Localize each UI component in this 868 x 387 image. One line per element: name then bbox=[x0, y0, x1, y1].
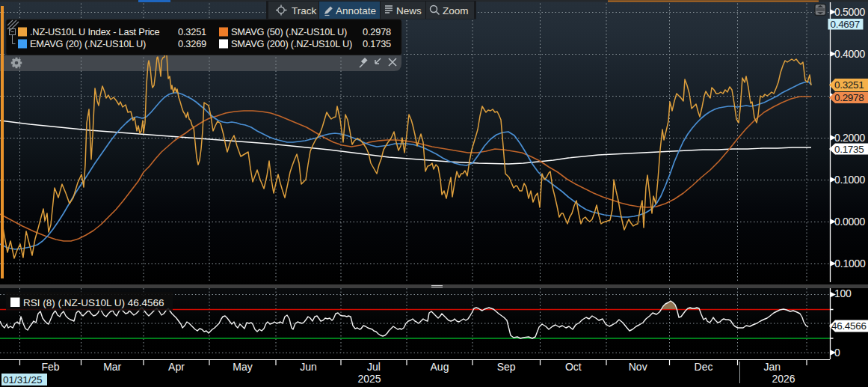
svg-text:Mar: Mar bbox=[103, 361, 121, 373]
svg-text:Sep: Sep bbox=[497, 361, 516, 373]
svg-text:0.4697: 0.4697 bbox=[831, 19, 861, 30]
svg-text:-0.1000: -0.1000 bbox=[831, 258, 866, 269]
svg-text:Nov: Nov bbox=[629, 361, 647, 373]
svg-text:EMAVG (20) (.NZ-US10L U): EMAVG (20) (.NZ-US10L U) bbox=[30, 38, 146, 49]
svg-text:0.1735: 0.1735 bbox=[363, 38, 391, 49]
svg-text:0: 0 bbox=[834, 347, 840, 359]
svg-text:100: 100 bbox=[834, 287, 852, 299]
svg-text:0.0000: 0.0000 bbox=[834, 216, 866, 228]
svg-text:0.3269: 0.3269 bbox=[178, 38, 206, 49]
svg-text:Aug: Aug bbox=[431, 361, 449, 373]
svg-text:Jun: Jun bbox=[300, 361, 317, 373]
svg-text:Dec: Dec bbox=[695, 361, 713, 373]
svg-text:News: News bbox=[396, 5, 422, 16]
svg-text:01/31/25: 01/31/25 bbox=[3, 374, 43, 386]
svg-text:0.1735: 0.1735 bbox=[834, 144, 864, 155]
svg-text:Oct: Oct bbox=[565, 361, 582, 373]
svg-text:2026: 2026 bbox=[772, 373, 795, 385]
svg-text:Annotate: Annotate bbox=[336, 5, 376, 16]
svg-text:Feb: Feb bbox=[41, 361, 59, 373]
svg-text:.NZ-US10L U Index - Last Price: .NZ-US10L U Index - Last Price bbox=[30, 26, 160, 37]
svg-text:May: May bbox=[233, 361, 252, 373]
svg-text:2025: 2025 bbox=[357, 373, 381, 385]
svg-text:0.5000: 0.5000 bbox=[834, 6, 866, 18]
svg-text:Track: Track bbox=[292, 5, 316, 16]
svg-text:0.3251: 0.3251 bbox=[834, 79, 864, 91]
svg-text:46.4566: 46.4566 bbox=[831, 320, 867, 332]
svg-text:0.2978: 0.2978 bbox=[363, 26, 391, 37]
svg-text:0.1000: 0.1000 bbox=[834, 174, 866, 186]
svg-text:SMAVG (50) (.NZ-US10L U): SMAVG (50) (.NZ-US10L U) bbox=[231, 26, 347, 37]
svg-text:0.2000: 0.2000 bbox=[834, 132, 866, 144]
svg-text:0.2978: 0.2978 bbox=[834, 92, 864, 103]
svg-text:RSI (8) (.NZ-US10L U) 46.4566: RSI (8) (.NZ-US10L U) 46.4566 bbox=[23, 297, 164, 308]
svg-text:0.3251: 0.3251 bbox=[178, 26, 206, 37]
svg-text:SMAVG (200) (.NZ-US10L U): SMAVG (200) (.NZ-US10L U) bbox=[231, 38, 352, 49]
svg-text:Jan: Jan bbox=[764, 361, 781, 373]
svg-text:0.4000: 0.4000 bbox=[834, 48, 866, 60]
svg-text:Jul: Jul bbox=[367, 361, 381, 373]
svg-text:Zoom: Zoom bbox=[443, 5, 469, 16]
svg-text:Apr: Apr bbox=[168, 361, 185, 373]
